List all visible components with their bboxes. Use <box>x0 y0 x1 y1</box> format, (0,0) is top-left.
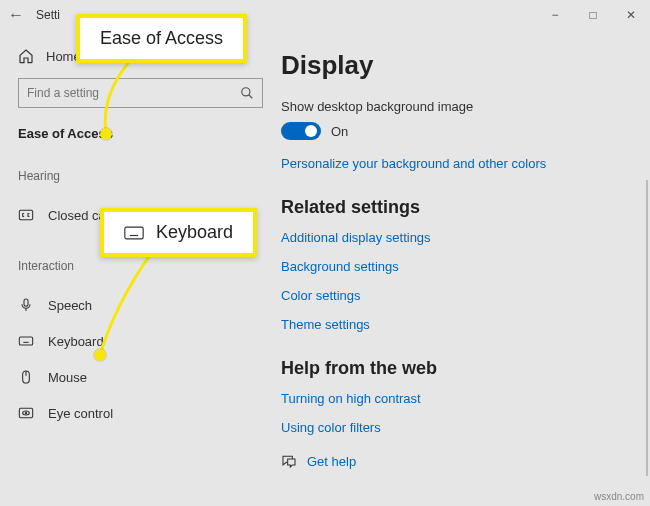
mouse-icon <box>18 369 34 385</box>
link-personalize[interactable]: Personalize your background and other co… <box>281 156 630 171</box>
watermark: wsxdn.com <box>594 491 644 502</box>
app-title: Setti <box>36 8 60 22</box>
link-color-filters[interactable]: Using color filters <box>281 420 630 435</box>
related-heading: Related settings <box>281 197 630 218</box>
maximize-button[interactable]: □ <box>574 0 612 30</box>
bg-image-label: Show desktop background image <box>281 99 630 114</box>
highlight-dot <box>94 349 106 361</box>
link-theme-settings[interactable]: Theme settings <box>281 317 630 332</box>
get-help-label: Get help <box>307 454 356 469</box>
get-help-row[interactable]: Get help <box>281 453 630 469</box>
svg-line-1 <box>249 95 253 99</box>
link-color-settings[interactable]: Color settings <box>281 288 630 303</box>
minimize-button[interactable]: − <box>536 0 574 30</box>
nav-label: Eye control <box>48 406 113 421</box>
link-high-contrast[interactable]: Turning on high contrast <box>281 391 630 406</box>
svg-point-14 <box>23 411 30 415</box>
sidebar: Home Ease of Access Hearing Closed cap I… <box>0 30 275 506</box>
sidebar-item-speech[interactable]: Speech <box>18 287 265 323</box>
category-title: Ease of Access <box>18 126 265 141</box>
chat-icon <box>281 453 297 469</box>
keyboard-icon <box>18 333 34 349</box>
microphone-icon <box>18 297 34 313</box>
sidebar-item-eye-control[interactable]: Eye control <box>18 395 265 431</box>
bg-image-toggle[interactable] <box>281 122 321 140</box>
toggle-state-label: On <box>331 124 348 139</box>
svg-point-0 <box>242 88 250 96</box>
eye-icon <box>18 405 34 421</box>
nav-label: Keyboard <box>48 334 104 349</box>
svg-rect-13 <box>19 408 32 417</box>
highlight-dot <box>100 128 112 140</box>
home-icon <box>18 48 34 64</box>
nav-label: Mouse <box>48 370 87 385</box>
section-interaction: Interaction <box>18 259 265 273</box>
svg-rect-3 <box>24 299 28 306</box>
svg-point-15 <box>25 412 26 413</box>
close-button[interactable]: ✕ <box>612 0 650 30</box>
section-hearing: Hearing <box>18 169 265 183</box>
link-additional-display[interactable]: Additional display settings <box>281 230 630 245</box>
window-controls: − □ ✕ <box>536 0 650 30</box>
nav-label: Speech <box>48 298 92 313</box>
keyboard-icon <box>124 226 144 240</box>
sidebar-item-keyboard[interactable]: Keyboard <box>18 323 265 359</box>
svg-rect-2 <box>19 210 32 219</box>
callout-keyboard: Keyboard <box>100 208 257 257</box>
link-background-settings[interactable]: Background settings <box>281 259 630 274</box>
search-box[interactable] <box>18 78 263 108</box>
back-button[interactable]: ← <box>8 6 24 24</box>
scrollbar[interactable] <box>646 180 648 476</box>
search-icon <box>240 86 254 100</box>
callout-ease-of-access: Ease of Access <box>76 14 247 63</box>
help-heading: Help from the web <box>281 358 630 379</box>
svg-rect-5 <box>19 337 32 345</box>
search-input[interactable] <box>27 86 240 100</box>
sidebar-item-mouse[interactable]: Mouse <box>18 359 265 395</box>
svg-rect-16 <box>125 227 143 239</box>
closed-captions-icon <box>18 207 34 223</box>
page-title: Display <box>281 50 630 81</box>
main-panel: Display Show desktop background image On… <box>275 30 650 506</box>
